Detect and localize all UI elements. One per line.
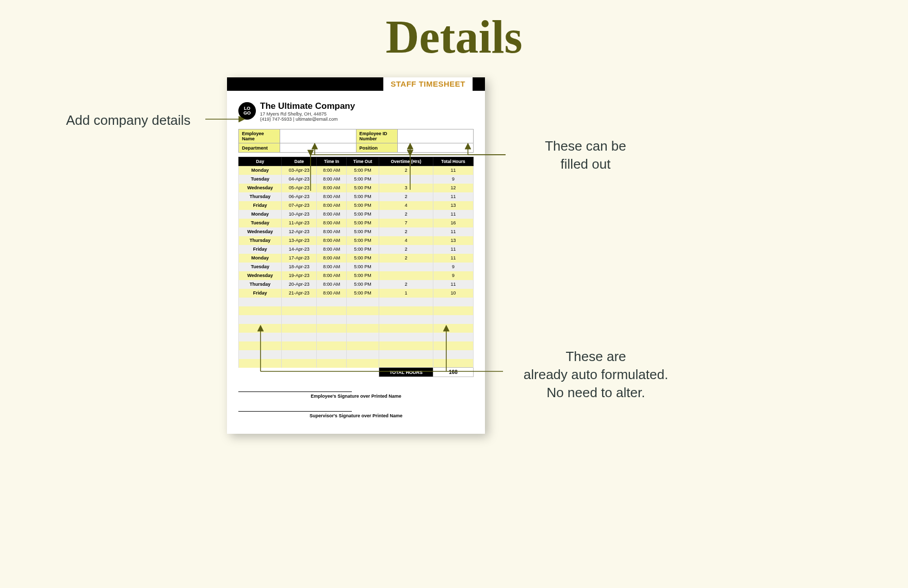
table-cell[interactable]: 03-Apr-23 (282, 166, 317, 175)
table-cell: Tuesday (239, 219, 282, 227)
table-cell[interactable]: 20-Apr-23 (282, 280, 317, 289)
column-header: Time In (317, 157, 347, 166)
table-cell: 11 (433, 210, 473, 219)
table-cell[interactable]: 5:00 PM (347, 210, 379, 219)
table-cell[interactable]: 10-Apr-23 (282, 210, 317, 219)
field-employee-id[interactable] (397, 129, 474, 143)
table-cell[interactable]: 13-Apr-23 (282, 236, 317, 245)
table-cell[interactable]: 21-Apr-23 (282, 289, 317, 298)
table-cell: Monday (239, 166, 282, 175)
table-cell[interactable]: 5:00 PM (347, 192, 379, 201)
table-cell[interactable]: 5:00 PM (347, 227, 379, 236)
table-cell[interactable]: 2 (379, 192, 433, 201)
table-cell[interactable]: 4 (379, 236, 433, 245)
table-cell[interactable]: 8:00 AM (317, 175, 347, 184)
company-address: 17 Myers Rd Shelby, OH, 44875 (260, 111, 355, 117)
column-header: Total Hours (433, 157, 473, 166)
table-cell[interactable]: 12-Apr-23 (282, 227, 317, 236)
table-cell[interactable]: 8:00 AM (317, 201, 347, 210)
table-cell[interactable]: 8:00 AM (317, 184, 347, 192)
table-cell[interactable]: 2 (379, 280, 433, 289)
table-cell[interactable]: 8:00 AM (317, 219, 347, 227)
table-cell[interactable]: 14-Apr-23 (282, 245, 317, 254)
table-cell[interactable]: 04-Apr-23 (282, 175, 317, 184)
table-cell[interactable] (379, 263, 433, 271)
table-cell: Thursday (239, 192, 282, 201)
table-cell[interactable]: 11-Apr-23 (282, 219, 317, 227)
table-cell[interactable] (379, 175, 433, 184)
table-row-blank[interactable] (239, 341, 474, 350)
table-cell[interactable]: 05-Apr-23 (282, 184, 317, 192)
table-cell[interactable]: 8:00 AM (317, 289, 347, 298)
table-cell[interactable]: 8:00 AM (317, 166, 347, 175)
table-cell[interactable]: 5:00 PM (347, 271, 379, 280)
table-row-blank[interactable] (239, 298, 474, 306)
table-cell[interactable]: 5:00 PM (347, 254, 379, 263)
table-cell[interactable]: 2 (379, 227, 433, 236)
table-cell: 9 (433, 175, 473, 184)
table-cell[interactable]: 2 (379, 210, 433, 219)
supervisor-signature-line[interactable] (238, 411, 352, 412)
table-cell[interactable]: 2 (379, 245, 433, 254)
table-cell[interactable]: 2 (379, 166, 433, 175)
table-cell[interactable]: 5:00 PM (347, 245, 379, 254)
table-row-blank[interactable] (239, 315, 474, 324)
field-department[interactable] (280, 143, 356, 153)
table-cell[interactable]: 8:00 AM (317, 227, 347, 236)
field-employee-name[interactable] (280, 129, 356, 143)
table-cell[interactable]: 8:00 AM (317, 245, 347, 254)
table-cell[interactable]: 5:00 PM (347, 236, 379, 245)
table-cell[interactable]: 18-Apr-23 (282, 263, 317, 271)
column-header: Date (282, 157, 317, 166)
table-cell[interactable]: 5:00 PM (347, 184, 379, 192)
table-cell: 11 (433, 245, 473, 254)
table-cell: Monday (239, 254, 282, 263)
table-row-blank[interactable] (239, 359, 474, 368)
table-cell[interactable]: 5:00 PM (347, 263, 379, 271)
table-cell[interactable]: 8:00 AM (317, 236, 347, 245)
table-cell[interactable]: 5:00 PM (347, 280, 379, 289)
callout-filled-out: These can be filled out (508, 137, 663, 173)
table-cell[interactable]: 5:00 PM (347, 219, 379, 227)
table-cell[interactable]: 07-Apr-23 (282, 201, 317, 210)
table-cell[interactable]: 8:00 AM (317, 210, 347, 219)
field-position[interactable] (397, 143, 474, 153)
page-title: Details (0, 0, 908, 63)
table-cell[interactable]: 06-Apr-23 (282, 192, 317, 201)
employee-signature-line[interactable] (238, 391, 352, 392)
table-cell[interactable]: 1 (379, 289, 433, 298)
table-cell[interactable]: 4 (379, 201, 433, 210)
table-row: Wednesday12-Apr-238:00 AM5:00 PM211 (239, 227, 474, 236)
table-row-blank[interactable] (239, 324, 474, 333)
company-logo: LO GO (238, 102, 256, 120)
table-cell: Tuesday (239, 175, 282, 184)
table-cell: Monday (239, 210, 282, 219)
table-cell: Wednesday (239, 227, 282, 236)
table-cell[interactable]: 5:00 PM (347, 201, 379, 210)
table-row-blank[interactable] (239, 333, 474, 341)
table-cell: 11 (433, 254, 473, 263)
table-cell[interactable]: 19-Apr-23 (282, 271, 317, 280)
table-cell: 11 (433, 166, 473, 175)
table-cell[interactable]: 8:00 AM (317, 280, 347, 289)
column-header: Day (239, 157, 282, 166)
table-cell[interactable]: 7 (379, 219, 433, 227)
table-row-blank[interactable] (239, 350, 474, 359)
company-block: LO GO The Ultimate Company 17 Myers Rd S… (227, 91, 485, 129)
table-cell[interactable]: 17-Apr-23 (282, 254, 317, 263)
table-cell[interactable]: 2 (379, 254, 433, 263)
total-hours-label: TOTAL HOURS (379, 368, 433, 377)
callout-auto-formulated: These are already auto formulated. No ne… (503, 348, 689, 402)
table-cell[interactable]: 8:00 AM (317, 263, 347, 271)
table-row-blank[interactable] (239, 306, 474, 315)
table-cell[interactable]: 5:00 PM (347, 289, 379, 298)
table-cell[interactable]: 8:00 AM (317, 271, 347, 280)
table-row: Tuesday18-Apr-238:00 AM5:00 PM9 (239, 263, 474, 271)
table-row: Friday07-Apr-238:00 AM5:00 PM413 (239, 201, 474, 210)
table-cell[interactable]: 8:00 AM (317, 192, 347, 201)
table-cell[interactable]: 5:00 PM (347, 175, 379, 184)
table-cell[interactable]: 5:00 PM (347, 166, 379, 175)
table-cell[interactable]: 8:00 AM (317, 254, 347, 263)
table-cell[interactable] (379, 271, 433, 280)
table-cell[interactable]: 3 (379, 184, 433, 192)
